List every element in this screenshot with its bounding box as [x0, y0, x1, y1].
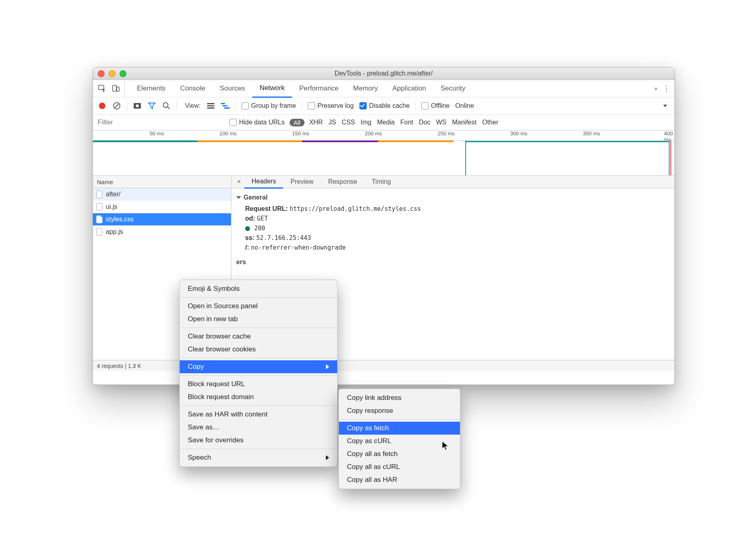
filter-type-doc[interactable]: Doc [419, 119, 430, 126]
menu-block-url[interactable]: Block request URL [180, 378, 337, 391]
menu-speech[interactable]: Speech [180, 451, 337, 464]
disable-cache-label: Disable cache [369, 102, 410, 109]
ruler-tick: 50 ms [150, 130, 166, 137]
minimize-window-button[interactable] [109, 70, 116, 77]
menu-clear-cookies[interactable]: Clear browser cookies [180, 343, 337, 356]
menu-emoji-symbols[interactable]: Emoji & Symbols [180, 282, 337, 295]
submenu-copy-all-as-har[interactable]: Copy all as HAR [339, 473, 460, 486]
close-window-button[interactable] [98, 70, 105, 77]
request-row[interactable]: after/ [93, 188, 231, 201]
filter-type-font[interactable]: Font [400, 119, 413, 126]
submenu-copy-as-fetch[interactable]: Copy as fetch [339, 422, 460, 435]
timeline-ruler[interactable]: 50 ms 100 ms 150 ms 200 ms 250 ms 300 ms… [93, 130, 674, 141]
detail-tab-timing[interactable]: Timing [364, 176, 398, 188]
titlebar: DevTools - preload.glitch.me/after/ [93, 67, 674, 80]
overview-segment [93, 141, 197, 142]
detail-tab-preview[interactable]: Preview [283, 176, 321, 188]
filter-type-css[interactable]: CSS [342, 119, 355, 126]
clear-button[interactable] [112, 101, 121, 110]
submenu-copy-link-address[interactable]: Copy link address [339, 391, 460, 404]
menu-open-in-sources[interactable]: Open in Sources panel [180, 300, 337, 313]
disclosure-triangle-icon [236, 196, 241, 199]
filter-type-media[interactable]: Media [377, 119, 395, 126]
referrer-policy-value: no-referrer-when-downgrade [251, 244, 346, 251]
menu-separator [180, 358, 337, 358]
svg-line-8 [168, 107, 170, 109]
general-section[interactable]: General [236, 194, 670, 201]
submenu-copy-response[interactable]: Copy response [339, 404, 460, 417]
request-method-value: GET [257, 215, 268, 222]
filter-type-xhr[interactable]: XHR [309, 119, 323, 126]
preserve-log-checkbox[interactable]: Preserve log [308, 102, 354, 110]
response-headers-section[interactable]: ers [236, 259, 670, 266]
tab-performance[interactable]: Performance [292, 80, 346, 97]
tab-application[interactable]: Application [385, 80, 433, 97]
overview-segment [378, 141, 454, 142]
referrer-policy-label: /: [245, 244, 249, 251]
filter-type-js[interactable]: JS [328, 119, 336, 126]
overview-segment [197, 141, 302, 142]
submenu-copy-all-as-curl[interactable]: Copy all as cURL [339, 460, 460, 473]
inspect-element-icon[interactable] [98, 84, 107, 93]
network-toolbar: View: Group by frame Preserve log Disabl… [93, 97, 674, 115]
detail-tab-response[interactable]: Response [321, 176, 364, 188]
name-column-header[interactable]: Name [93, 176, 231, 188]
file-icon [96, 215, 103, 223]
tab-sources[interactable]: Sources [212, 80, 252, 97]
hide-data-urls-checkbox[interactable]: Hide data URLs [229, 119, 285, 126]
throttling-dropdown-icon[interactable] [661, 101, 670, 110]
menu-block-domain[interactable]: Block request domain [180, 391, 337, 404]
timeline-overview[interactable] [93, 141, 674, 176]
tab-memory[interactable]: Memory [346, 80, 385, 97]
capture-screenshots-icon[interactable] [133, 101, 142, 110]
svg-rect-1 [113, 85, 116, 91]
filter-type-other[interactable]: Other [482, 119, 498, 126]
remote-address-value: 52.7.166.25:443 [256, 234, 311, 242]
tab-elements[interactable]: Elements [130, 80, 173, 97]
menu-clear-cache[interactable]: Clear browser cache [180, 330, 337, 343]
status-code-row: 200 [236, 225, 670, 232]
request-row[interactable]: app.js [93, 226, 231, 238]
referrer-policy-row: /: no-referrer-when-downgrade [236, 244, 670, 251]
tab-network[interactable]: Network [252, 80, 292, 98]
menu-open-in-new-tab[interactable]: Open in new tab [180, 313, 337, 326]
disable-cache-checkbox[interactable]: Disable cache [359, 102, 410, 110]
close-detail-icon[interactable]: × [234, 178, 244, 185]
preserve-log-label: Preserve log [317, 102, 354, 109]
menu-save-overrides[interactable]: Save for overrides [180, 434, 337, 447]
file-icon [96, 228, 103, 236]
search-icon[interactable] [162, 101, 171, 110]
waterfall-view-icon[interactable] [221, 101, 230, 110]
request-name: ui.js [106, 203, 117, 210]
request-method-row: od: GET [236, 215, 670, 222]
submenu-arrow-icon [326, 455, 329, 460]
request-name: styles.css [106, 216, 134, 223]
zoom-window-button[interactable] [120, 70, 126, 77]
copy-submenu: Copy link address Copy response Copy as … [338, 389, 460, 489]
tab-console[interactable]: Console [173, 80, 212, 97]
throttling-online[interactable]: Online [455, 102, 474, 109]
request-row[interactable]: styles.css [93, 213, 231, 226]
large-rows-icon[interactable] [206, 101, 215, 110]
menu-copy[interactable]: Copy [180, 360, 337, 373]
filter-type-ws[interactable]: WS [436, 119, 447, 126]
menu-save-as[interactable]: Save as… [180, 421, 337, 434]
record-button[interactable] [98, 101, 107, 110]
filter-toggle-icon[interactable] [147, 101, 156, 110]
filter-type-manifest[interactable]: Manifest [452, 119, 476, 126]
detail-tab-headers[interactable]: Headers [244, 175, 283, 189]
device-toolbar-icon[interactable] [111, 84, 120, 93]
more-tabs-icon[interactable]: » [651, 85, 661, 92]
request-row[interactable]: ui.js [93, 201, 231, 213]
filter-type-all[interactable]: All [290, 119, 304, 126]
group-by-frame-checkbox[interactable]: Group by frame [242, 102, 296, 110]
menu-save-har[interactable]: Save as HAR with content [180, 408, 337, 421]
filter-input[interactable] [96, 118, 225, 127]
settings-menu-icon[interactable]: ⋮ [662, 84, 671, 93]
tab-security[interactable]: Security [433, 80, 472, 97]
file-icon [96, 190, 103, 198]
request-name: after/ [106, 191, 120, 198]
status-code-value: 200 [254, 225, 265, 232]
offline-checkbox[interactable]: Offline [421, 102, 449, 110]
filter-type-img[interactable]: Img [361, 119, 372, 126]
